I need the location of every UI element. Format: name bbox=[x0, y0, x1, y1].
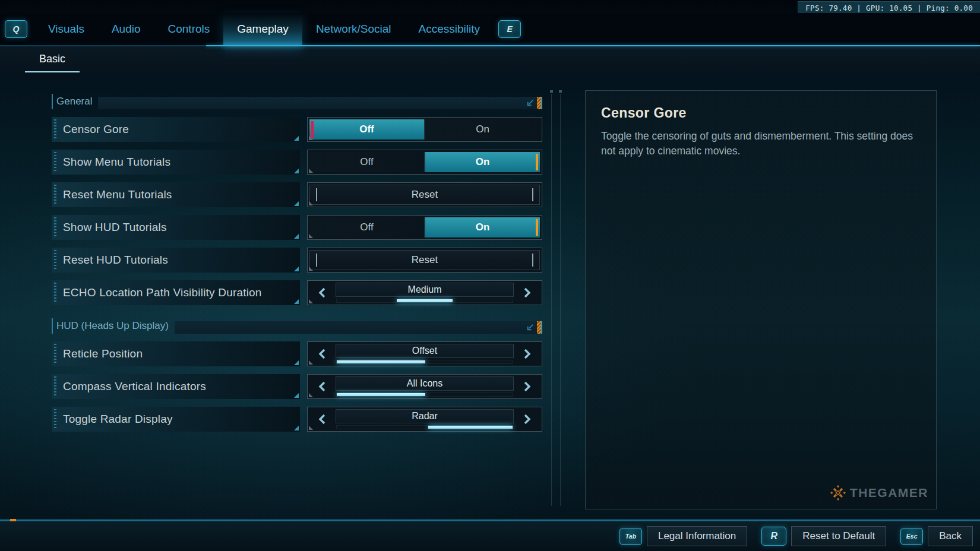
reset-to-default-group: R Reset to Default bbox=[761, 526, 886, 546]
tab-accessibility[interactable]: Accessibility bbox=[405, 13, 494, 45]
setting-label[interactable]: Censor Gore bbox=[52, 117, 300, 142]
tab-audio[interactable]: Audio bbox=[98, 13, 154, 45]
section-header-hud: HUD (Heads Up Display) bbox=[52, 318, 542, 334]
reset-button[interactable]: Reset bbox=[309, 250, 540, 270]
setting-label-text: Toggle Radar Display bbox=[52, 413, 173, 426]
selector-value: Radar bbox=[336, 409, 514, 423]
q-key-icon: Q bbox=[5, 20, 27, 38]
setting-row-reset-menu-tutorials: Reset Menu Tutorials Reset bbox=[52, 182, 542, 207]
selector-segment bbox=[337, 360, 425, 363]
chevron-left-icon[interactable] bbox=[309, 409, 336, 429]
selector-control: Radar bbox=[307, 407, 542, 432]
subtab-basic[interactable]: Basic bbox=[25, 46, 80, 72]
setting-label[interactable]: Show Menu Tutorials bbox=[52, 150, 300, 175]
hatch-stripe bbox=[537, 321, 542, 334]
tab-gameplay[interactable]: Gameplay bbox=[223, 13, 302, 45]
setting-row-show-hud-tutorials: Show HUD Tutorials Off On bbox=[52, 215, 542, 240]
fps-gpu-ping-readout: FPS: 79.40 | GPU: 10.05 | Ping: 0.00 bbox=[805, 4, 973, 12]
reset-button[interactable]: Reset bbox=[309, 185, 540, 205]
legal-information-group: Tab Legal Information bbox=[619, 526, 747, 546]
settings-list: General Censor Gore Off On Show Menu Tut… bbox=[52, 94, 542, 439]
toggle-option-on[interactable]: On bbox=[424, 217, 540, 238]
section-title: HUD (Heads Up Display) bbox=[52, 320, 175, 334]
toggle-option-on[interactable]: On bbox=[424, 119, 540, 140]
tab-key-icon: Tab bbox=[619, 528, 642, 545]
selector-track bbox=[336, 425, 513, 429]
selector-control: Offset bbox=[307, 341, 542, 366]
collapse-arrow-icon[interactable] bbox=[526, 323, 535, 332]
selector-track bbox=[336, 299, 513, 303]
selector-track bbox=[336, 392, 513, 397]
setting-row-show-menu-tutorials: Show Menu Tutorials Off On bbox=[52, 150, 542, 175]
section-bar bbox=[98, 97, 542, 109]
back-button[interactable]: Back bbox=[928, 526, 973, 546]
nav-underline bbox=[206, 45, 980, 46]
section-bar bbox=[175, 321, 542, 334]
performance-status-bar: FPS: 79.40 | GPU: 10.05 | Ping: 0.00 bbox=[798, 1, 980, 14]
toggle-option-off[interactable]: Off bbox=[309, 152, 424, 172]
section-header-general: General bbox=[52, 94, 542, 109]
game-settings-screen: FPS: 79.40 | GPU: 10.05 | Ping: 0.00 Q V… bbox=[0, 0, 980, 551]
chevron-right-icon[interactable] bbox=[514, 376, 540, 397]
chevron-left-icon[interactable] bbox=[309, 376, 336, 397]
section-edge-line bbox=[52, 318, 53, 334]
setting-label-text: Censor Gore bbox=[52, 123, 129, 136]
toggle-control: Off On bbox=[307, 215, 542, 240]
setting-label[interactable]: Compass Vertical Indicators bbox=[52, 374, 300, 399]
section-edge-line bbox=[52, 94, 53, 109]
prev-tab-key-hint: Q bbox=[0, 13, 34, 45]
legal-information-button[interactable]: Legal Information bbox=[647, 526, 747, 546]
setting-row-reticle-position: Reticle Position Offset bbox=[52, 341, 542, 366]
tab-controls[interactable]: Controls bbox=[154, 13, 224, 45]
selector-segment bbox=[397, 299, 453, 302]
setting-label[interactable]: Show HUD Tutorials bbox=[52, 215, 300, 240]
detail-title: Censor Gore bbox=[601, 105, 921, 121]
tab-network-social[interactable]: Network/Social bbox=[302, 13, 405, 45]
main-tab-bar: Q Visuals Audio Controls Gameplay Networ… bbox=[0, 13, 980, 45]
toggle-option-off[interactable]: Off bbox=[309, 217, 424, 238]
footer-bar: Tab Legal Information R Reset to Default… bbox=[0, 521, 980, 551]
setting-row-reset-hud-tutorials: Reset HUD Tutorials Reset bbox=[52, 248, 542, 273]
chevron-right-icon[interactable] bbox=[514, 344, 540, 364]
selector-track bbox=[336, 360, 513, 364]
toggle-option-off[interactable]: Off bbox=[309, 119, 424, 140]
toggle-control: Off On bbox=[307, 150, 542, 175]
chevron-left-icon[interactable] bbox=[309, 283, 336, 303]
setting-label-text: Reset HUD Tutorials bbox=[52, 254, 168, 267]
scrollbar-rail[interactable] bbox=[551, 94, 552, 506]
setting-label-text: Reset Menu Tutorials bbox=[52, 188, 172, 201]
setting-label-text: ECHO Location Path Visibility Duration bbox=[52, 286, 262, 299]
setting-label[interactable]: ECHO Location Path Visibility Duration bbox=[52, 280, 300, 305]
setting-label-text: Reticle Position bbox=[52, 347, 143, 360]
setting-label[interactable]: Reset Menu Tutorials bbox=[52, 182, 300, 207]
button-control: Reset bbox=[307, 248, 542, 273]
r-key-icon: R bbox=[761, 527, 786, 546]
chevron-left-icon[interactable] bbox=[309, 344, 336, 364]
selector-segment bbox=[428, 426, 513, 429]
setting-label[interactable]: Reticle Position bbox=[52, 341, 300, 366]
e-key-icon: E bbox=[498, 20, 521, 38]
setting-row-echo-location-path-visibility: ECHO Location Path Visibility Duration M… bbox=[52, 280, 542, 305]
collapse-arrow-icon[interactable] bbox=[526, 99, 535, 107]
button-control: Reset bbox=[307, 182, 542, 207]
setting-label-text: Show HUD Tutorials bbox=[52, 221, 167, 234]
setting-label[interactable]: Reset HUD Tutorials bbox=[52, 248, 300, 273]
selector-control: All Icons bbox=[307, 374, 542, 399]
detail-description: Toggle the censoring of guts and dismemb… bbox=[601, 129, 915, 159]
reset-to-default-button[interactable]: Reset to Default bbox=[791, 526, 886, 546]
hatch-stripe bbox=[537, 97, 542, 109]
scrollbar-rail[interactable] bbox=[560, 94, 561, 506]
selector-value: Offset bbox=[336, 344, 514, 358]
setting-label-text: Compass Vertical Indicators bbox=[52, 380, 206, 393]
selector-control: Medium bbox=[307, 280, 542, 305]
toggle-option-on[interactable]: On bbox=[424, 152, 540, 172]
chevron-right-icon[interactable] bbox=[514, 409, 540, 429]
setting-label[interactable]: Toggle Radar Display bbox=[52, 407, 300, 432]
setting-label-text: Show Menu Tutorials bbox=[52, 156, 170, 169]
chevron-right-icon[interactable] bbox=[514, 283, 540, 303]
next-tab-key-hint: E bbox=[494, 13, 528, 45]
thegamer-logo-icon bbox=[830, 484, 846, 501]
tab-visuals[interactable]: Visuals bbox=[34, 13, 98, 45]
selector-segment bbox=[337, 393, 425, 396]
esc-key-icon: Esc bbox=[900, 528, 923, 545]
